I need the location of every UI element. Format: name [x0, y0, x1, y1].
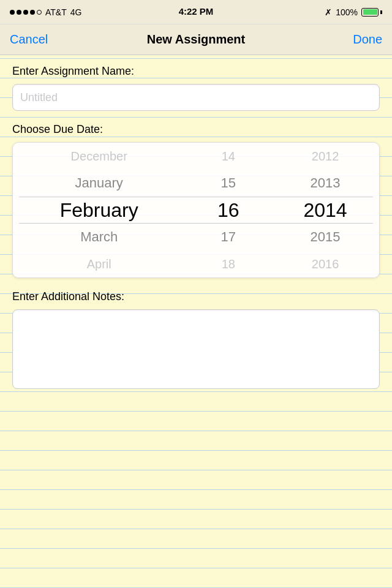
day-column[interactable]: 14 15 16 17 18 [185, 143, 271, 277]
picker-item-year-4: 2016 [271, 251, 379, 277]
picker-item-day-0: 14 [185, 143, 271, 170]
picker-item-month-3: March [13, 224, 185, 251]
carrier-info: AT&T 4G [10, 7, 81, 17]
form-content: Enter Assignment Name: Choose Due Date: … [0, 55, 392, 399]
picker-item-day-4: 18 [185, 251, 271, 277]
status-time: 4:22 PM [179, 6, 214, 17]
picker-item-month-0: December [13, 143, 185, 170]
picker-item-year-3: 2015 [271, 224, 379, 251]
status-right-group: ✗ 100% [325, 7, 382, 17]
network-type: 4G [70, 7, 82, 17]
picker-item-year-2: 2014 [271, 197, 379, 224]
picker-item-year-0: 2012 [271, 143, 379, 170]
picker-item-day-2: 16 [185, 197, 271, 224]
picker-item-day-3: 17 [185, 224, 271, 251]
month-column[interactable]: December January February March April [13, 143, 185, 277]
battery-indicator [361, 8, 382, 17]
picker-item-month-4: April [13, 251, 185, 277]
nav-bar: Cancel New Assignment Done [0, 24, 392, 55]
date-picker-container: December January February March April 14… [12, 142, 380, 278]
year-column[interactable]: 2012 2013 2014 2015 2016 [271, 143, 379, 277]
signal-strength [10, 10, 42, 15]
due-date-label: Choose Due Date: [12, 123, 380, 136]
status-bar: AT&T 4G 4:22 PM ✗ 100% [0, 0, 392, 24]
assignment-name-input[interactable] [12, 84, 380, 111]
picker-item-month-1: January [13, 170, 185, 197]
bluetooth-icon: ✗ [325, 7, 332, 17]
assignment-name-label: Enter Assignment Name: [12, 65, 380, 78]
carrier-name: AT&T [45, 7, 67, 17]
battery-percent: 100% [336, 7, 358, 17]
notes-textarea[interactable] [12, 309, 380, 389]
picker-item-day-1: 15 [185, 170, 271, 197]
picker-item-year-1: 2013 [271, 170, 379, 197]
cancel-button[interactable]: Cancel [10, 32, 48, 47]
done-button[interactable]: Done [353, 32, 382, 47]
date-picker[interactable]: December January February March April 14… [13, 143, 379, 277]
page-title: New Assignment [147, 32, 245, 47]
picker-item-month-2: February [13, 197, 185, 224]
notes-label: Enter Additional Notes: [12, 290, 380, 303]
